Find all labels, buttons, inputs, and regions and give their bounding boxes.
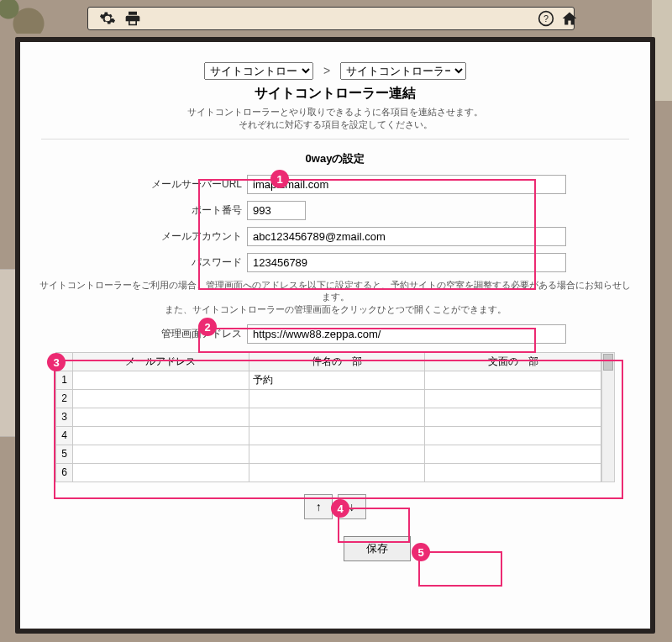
cell-mail[interactable]: [73, 445, 249, 463]
password-label: パスワード: [104, 255, 247, 270]
table-row[interactable]: 3: [56, 408, 601, 426]
cell-mail[interactable]: [73, 389, 249, 408]
account-input[interactable]: [247, 227, 566, 246]
callout-1: 1: [270, 170, 289, 188]
cell-body[interactable]: [425, 445, 601, 463]
row-number: 4: [56, 426, 73, 445]
scrollbar-thumb[interactable]: [603, 354, 613, 371]
gear-icon[interactable]: [99, 10, 116, 27]
table-row[interactable]: 4: [56, 426, 601, 445]
breadcrumb-select-1[interactable]: サイトコントロー: [204, 62, 313, 80]
grid-header-body: 文面の一部: [425, 352, 601, 371]
breadcrumb: サイトコントロー > サイトコントローラー連結: [35, 62, 635, 80]
divider: [41, 139, 629, 139]
callout-5: 5: [412, 543, 430, 561]
cell-mail[interactable]: [73, 426, 249, 445]
page-subtitle-1: サイトコントローラーとやり取りできるように各項目を連結させます。: [35, 106, 635, 118]
filter-table[interactable]: メールアドレス 件名の一部 文面の一部 1予約23456: [55, 352, 601, 482]
row-number: 1: [56, 371, 73, 389]
cell-subject[interactable]: [249, 445, 425, 463]
cell-subject[interactable]: [249, 389, 425, 408]
move-up-button[interactable]: ↑: [304, 494, 333, 519]
cell-body[interactable]: [425, 426, 601, 445]
section-title: 0wayの設定: [35, 151, 635, 166]
content-area: サイトコントロー > サイトコントローラー連結 サイトコントローラー連結 サイト…: [20, 42, 650, 629]
admin-note: サイトコントローラーをご利用の場合、管理画面へのアドレスを以下に設定すると、予約…: [35, 279, 635, 316]
table-row[interactable]: 2: [56, 389, 601, 408]
cell-mail[interactable]: [73, 408, 249, 426]
row-number: 5: [56, 445, 73, 463]
mail-server-input[interactable]: [247, 175, 566, 194]
table-row[interactable]: 6: [56, 463, 601, 482]
home-icon[interactable]: [561, 10, 578, 27]
cell-subject[interactable]: [249, 463, 425, 482]
cell-body[interactable]: [425, 371, 601, 389]
print-icon[interactable]: [124, 10, 141, 27]
row-number: 3: [56, 408, 73, 426]
grid-header-subject: 件名の一部: [249, 352, 425, 371]
callout-4: 4: [331, 499, 349, 518]
page-title: サイトコントローラー連結: [35, 85, 635, 103]
grid-scrollbar[interactable]: [601, 352, 615, 482]
cell-mail[interactable]: [73, 371, 249, 389]
admin-url-input[interactable]: [247, 324, 566, 344]
decorative-corner: [0, 0, 50, 34]
account-label: メールアカウント: [104, 229, 247, 244]
cell-body[interactable]: [425, 408, 601, 426]
row-number: 2: [56, 389, 73, 408]
window-frame: サイトコントロー > サイトコントローラー連結 サイトコントローラー連結 サイト…: [15, 37, 655, 634]
callout-2: 2: [198, 318, 217, 336]
table-row[interactable]: 5: [56, 445, 601, 463]
cell-subject[interactable]: [249, 426, 425, 445]
svg-text:?: ?: [543, 13, 549, 24]
port-label: ポート番号: [104, 203, 247, 218]
password-input[interactable]: [247, 253, 566, 272]
cell-subject[interactable]: 予約: [249, 371, 425, 389]
cell-body[interactable]: [425, 463, 601, 482]
save-button[interactable]: 保存: [344, 536, 411, 561]
cell-mail[interactable]: [73, 463, 249, 482]
breadcrumb-select-2[interactable]: サイトコントローラー連結: [340, 62, 466, 80]
mail-server-label: メールサーバーURL: [104, 177, 247, 192]
help-icon[interactable]: ?: [538, 10, 554, 27]
callout-3: 3: [47, 353, 66, 371]
cell-body[interactable]: [425, 389, 601, 408]
top-toolbar-bg: [87, 7, 575, 30]
grid-header-mail: メールアドレス: [73, 352, 249, 371]
port-input[interactable]: [247, 201, 306, 220]
admin-url-label: 管理画面アドレス: [104, 327, 247, 341]
filter-grid: メールアドレス 件名の一部 文面の一部 1予約23456: [55, 352, 615, 482]
cell-subject[interactable]: [249, 408, 425, 426]
breadcrumb-separator: >: [323, 64, 330, 77]
row-number: 6: [56, 463, 73, 482]
table-row[interactable]: 1予約: [56, 371, 601, 389]
page-subtitle-2: それぞれに対応する項目を設定してください。: [35, 118, 635, 131]
